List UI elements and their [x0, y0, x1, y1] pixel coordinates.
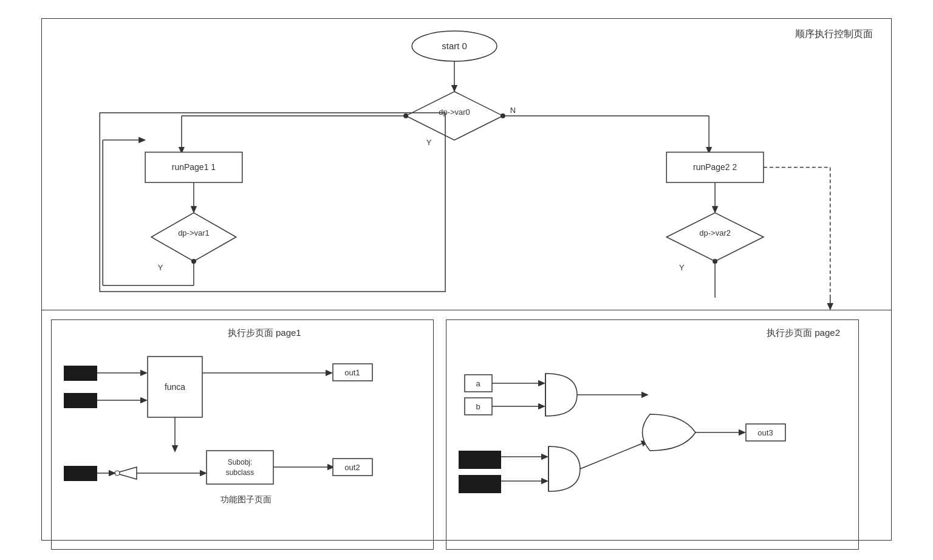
svg-text:Y: Y [679, 263, 685, 272]
svg-rect-69 [459, 451, 501, 469]
svg-rect-39 [64, 393, 97, 408]
svg-text:start   0: start 0 [442, 41, 467, 51]
bottom-right-label: 执行步页面 page2 [767, 327, 840, 339]
svg-text:out1: out1 [344, 368, 360, 377]
bottom-section: 执行步页面 page1 funca [42, 310, 891, 541]
svg-text:out2: out2 [344, 463, 360, 472]
bottom-right-panel: 执行步页面 page2 a b [446, 319, 859, 550]
main-container: 顺序执行控制页面 start 0 dp->var0 Y N runPage1 1 [41, 18, 892, 541]
svg-text:功能图子页面: 功能图子页面 [220, 494, 272, 504]
bottom-left-panel: 执行步页面 page1 funca [51, 319, 434, 550]
svg-point-53 [115, 471, 120, 476]
svg-rect-35 [100, 113, 445, 292]
svg-rect-38 [64, 366, 97, 381]
svg-text:Subobj:: Subobj: [228, 458, 253, 466]
svg-text:runPage2  2: runPage2 2 [693, 162, 737, 172]
svg-text:Y: Y [426, 138, 432, 147]
top-flowchart-svg: start 0 dp->var0 Y N runPage1 1 dp->var1 [42, 19, 891, 310]
svg-text:out3: out3 [757, 428, 773, 437]
svg-text:funca: funca [165, 382, 185, 392]
top-section: 顺序执行控制页面 start 0 dp->var0 Y N runPage1 1 [42, 19, 891, 310]
svg-text:dp->var0: dp->var0 [439, 108, 470, 117]
bottom-left-label: 执行步页面 page1 [228, 327, 301, 339]
svg-text:subclass: subclass [226, 468, 255, 477]
svg-text:N: N [510, 106, 516, 115]
svg-rect-49 [207, 451, 273, 484]
svg-rect-70 [459, 475, 501, 493]
svg-text:dp->var2: dp->var2 [699, 228, 731, 237]
svg-rect-40 [64, 466, 97, 481]
svg-text:dp->var1: dp->var1 [178, 228, 210, 237]
page1-svg: funca out1 Subobj: subclass [52, 320, 428, 539]
page2-svg: a b [446, 320, 853, 539]
svg-text:b: b [476, 402, 480, 411]
svg-text:Y: Y [158, 263, 163, 272]
svg-text:runPage1  1: runPage1 1 [172, 162, 216, 172]
svg-line-74 [580, 442, 647, 469]
svg-text:a: a [476, 379, 480, 388]
